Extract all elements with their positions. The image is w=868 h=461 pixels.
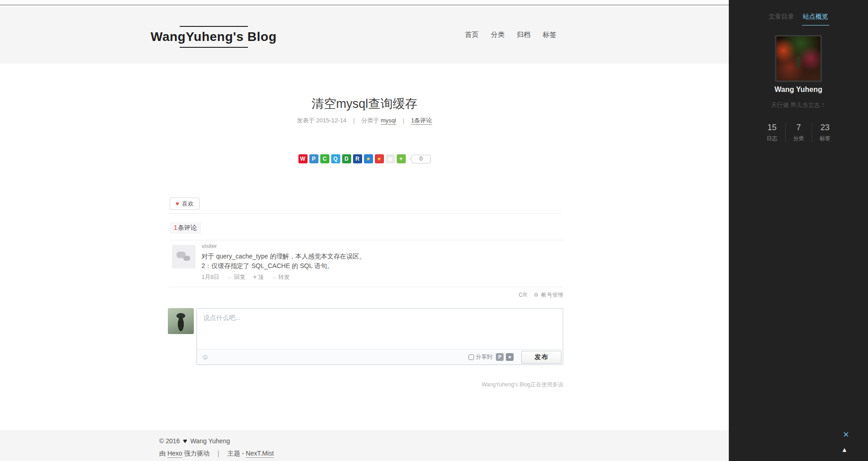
- comment-author-avatar: [172, 245, 196, 268]
- share-to-label: 分享到:: [476, 353, 494, 361]
- stat-categories-value: 7: [786, 123, 812, 132]
- share-to-checkbox[interactable]: [469, 355, 474, 360]
- account-manage-link[interactable]: 帐号管理: [541, 292, 563, 298]
- wechat-icon: C: [323, 156, 327, 162]
- comments-header: 1条评论: [170, 222, 201, 234]
- publish-date: 2015-12-14: [316, 117, 347, 124]
- top-strip: [0, 0, 729, 5]
- theme-label: 主题: [227, 450, 240, 457]
- comment-input[interactable]: [197, 309, 563, 350]
- category-link[interactable]: mysql: [381, 117, 396, 125]
- duoshuo-powered-text: WangYuheng's Blog正在使用多说: [169, 381, 563, 389]
- like-label: 喜欢: [182, 200, 194, 208]
- post-meta: 发表于 2015-12-14 | 分类于 mysql | 1条评论: [0, 117, 729, 125]
- copyright-line: © 2016 ♥ Wang Yuheng: [159, 437, 230, 445]
- duoshuo-logo: CR: [519, 292, 527, 298]
- comment-toolbar: ☺ 分享到: P ★ 发布: [197, 349, 563, 365]
- author-avatar: [775, 35, 822, 82]
- publish-button[interactable]: 发布: [521, 351, 561, 364]
- divider: [169, 240, 563, 240]
- count-notch: [409, 157, 414, 161]
- forward-button[interactable]: →转发: [271, 274, 290, 281]
- qq-share-icon[interactable]: Q: [331, 154, 340, 163]
- comment-form: ☺ 分享到: P ★ 发布: [197, 308, 563, 365]
- author-motto: 天行健 男儿当立志！: [729, 101, 868, 109]
- douban-share-icon[interactable]: D: [342, 154, 351, 163]
- renren-icon: R: [355, 156, 359, 162]
- sidebar-tabs: 文章目录 站点概览: [729, 13, 868, 25]
- sina-weibo-share-icon[interactable]: W: [298, 154, 308, 163]
- sidebar: 文章目录 站点概览 Wang Yuheng 天行健 男儿当立志！ 15 日志 7…: [729, 0, 868, 461]
- nav-item-home[interactable]: 首页: [465, 30, 479, 39]
- share-to-qzone-icon[interactable]: ★: [506, 353, 514, 361]
- tencent-pengyou-share-icon[interactable]: P: [309, 154, 318, 163]
- reply-arrow-icon: ←: [227, 274, 233, 280]
- tab-site-overview[interactable]: 站点概览: [802, 13, 829, 25]
- post-title: 清空mysql查询缓存: [0, 96, 729, 112]
- tab-post-toc[interactable]: 文章目录: [768, 13, 795, 25]
- like-button[interactable]: ♥ 喜欢: [170, 198, 200, 210]
- baidu-space-share-icon[interactable]: ★: [375, 154, 384, 163]
- comments-header-label: 条评论: [178, 224, 197, 231]
- qzone-star-icon: ★: [508, 355, 512, 360]
- meta-separator: |: [403, 117, 404, 124]
- theme-dash: -: [242, 450, 244, 457]
- share-to-pengyou-icon[interactable]: P: [496, 353, 504, 361]
- stat-posts-value: 15: [759, 123, 785, 132]
- site-title[interactable]: WangYuheng's Blog: [151, 30, 277, 43]
- wechat-share-icon[interactable]: C: [320, 154, 329, 163]
- powered-prefix: 由: [159, 450, 166, 457]
- stat-posts-label: 日志: [759, 135, 785, 142]
- divider: [169, 213, 561, 214]
- stat-posts[interactable]: 15 日志: [759, 123, 785, 142]
- reply-label: 回复: [234, 274, 245, 280]
- site-header: WangYuheng's Blog 首页 分类 归档 标签: [0, 6, 729, 64]
- share-count-value: 0: [419, 156, 423, 162]
- back-to-top-icon[interactable]: ▲: [841, 446, 848, 453]
- comment-actions: 1月8日 ←回复 ♥顶 →转发: [202, 274, 290, 281]
- comment-line: 2：仅缓存指定了 SQL_CACHE 的 SQL 语句。: [202, 261, 493, 271]
- heart-icon: ♥: [253, 274, 256, 280]
- gear-icon[interactable]: ⚙: [534, 292, 539, 298]
- tencent-pengyou-icon: P: [312, 156, 315, 162]
- reply-button[interactable]: ←回复: [227, 274, 246, 281]
- stat-categories[interactable]: 7 分类: [785, 123, 812, 142]
- nav-item-categories[interactable]: 分类: [491, 30, 505, 39]
- stat-tags-value: 23: [812, 123, 838, 132]
- emoticon-icon[interactable]: ☺: [202, 354, 209, 361]
- comment-body: 对于 query_cache_type 的理解，本人感觉本文存在误区。 2：仅缓…: [202, 252, 493, 271]
- category-label: 分类于: [361, 117, 379, 124]
- theme-link[interactable]: NexT.Mist: [246, 450, 273, 458]
- comment-author-name[interactable]: visiter: [202, 243, 217, 249]
- pengyou-icon: P: [498, 355, 501, 360]
- share-bar: W P C Q D R ★ ★ ▣ + 0: [0, 154, 729, 163]
- comments-count-link[interactable]: 1条评论: [411, 117, 432, 125]
- forward-label: 转发: [278, 274, 290, 280]
- stat-tags[interactable]: 23 标签: [812, 123, 838, 142]
- more-share-icon[interactable]: +: [397, 154, 406, 163]
- meta-separator: |: [353, 117, 354, 124]
- upvote-label: 顶: [258, 274, 264, 280]
- heart-icon: ♥: [183, 437, 187, 445]
- share-count-badge[interactable]: 0: [412, 155, 431, 163]
- speech-bubble-icon: [183, 256, 190, 261]
- forward-arrow-icon: →: [271, 274, 277, 280]
- author-name: Wang Yuheng: [729, 86, 868, 94]
- renren-share-icon[interactable]: R: [353, 154, 362, 163]
- qq-icon: Q: [333, 156, 338, 162]
- copy-share-icon[interactable]: ▣: [386, 154, 395, 163]
- douban-icon: D: [344, 156, 348, 162]
- qzone-share-icon[interactable]: ★: [364, 154, 373, 163]
- hexo-link[interactable]: Hexo: [167, 450, 182, 458]
- published-label: 发表于: [297, 117, 314, 124]
- stat-categories-label: 分类: [786, 135, 812, 142]
- powered-suffix: 强力驱动: [184, 450, 209, 457]
- upvote-button[interactable]: ♥顶: [253, 274, 263, 281]
- nav-item-tags[interactable]: 标签: [543, 30, 556, 39]
- qzone-star-icon: ★: [366, 156, 371, 162]
- stat-tags-label: 标签: [812, 135, 838, 142]
- powered-line: 由 Hexo 强力驱动 | 主题 - NexT.Mist: [159, 450, 274, 458]
- nav-item-archives[interactable]: 归档: [517, 30, 530, 39]
- sidebar-close-icon[interactable]: ×: [843, 430, 849, 440]
- baidu-star-icon: ★: [377, 156, 382, 162]
